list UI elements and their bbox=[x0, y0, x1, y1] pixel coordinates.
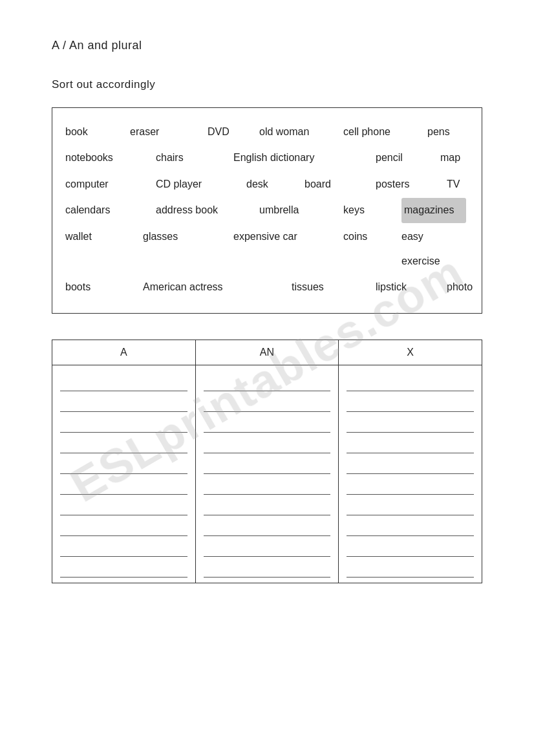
write-line[interactable] bbox=[347, 433, 474, 453]
word-boots: boots bbox=[65, 275, 143, 299]
write-line[interactable] bbox=[204, 557, 331, 578]
word-tv: TV bbox=[447, 172, 511, 197]
word-row-6: boots American actress tissues lipstick … bbox=[65, 275, 469, 299]
word-tissues: tissues bbox=[292, 275, 376, 299]
word-keys: keys bbox=[343, 198, 401, 222]
subtitle: Sort out accordingly bbox=[52, 78, 482, 91]
word-row-5: wallet glasses expensive car coins easy … bbox=[65, 224, 469, 274]
write-line[interactable] bbox=[204, 474, 331, 495]
word-glasses: glasses bbox=[143, 224, 233, 274]
write-line[interactable] bbox=[60, 474, 187, 495]
word-cd-player: CD player bbox=[156, 172, 246, 197]
word-computer: computer bbox=[65, 172, 156, 197]
write-line[interactable] bbox=[204, 495, 331, 515]
word-wallet: wallet bbox=[65, 224, 143, 274]
write-line[interactable] bbox=[204, 412, 331, 433]
write-line[interactable] bbox=[60, 557, 187, 578]
word-row-1: book eraser DVD old woman cell phone pen… bbox=[65, 120, 469, 144]
column-header-x: X bbox=[339, 340, 482, 365]
word-book: book bbox=[65, 120, 130, 144]
word-pencil: pencil bbox=[376, 146, 440, 170]
write-line[interactable] bbox=[60, 495, 187, 515]
word-row-3: computer CD player desk board posters TV bbox=[65, 172, 469, 197]
word-pens: pens bbox=[427, 120, 492, 144]
word-chairs: chairs bbox=[156, 146, 233, 170]
write-line[interactable] bbox=[60, 536, 187, 557]
write-line[interactable] bbox=[347, 557, 474, 578]
write-line[interactable] bbox=[347, 536, 474, 557]
word-address-book: address book bbox=[156, 198, 259, 222]
write-line[interactable] bbox=[347, 474, 474, 495]
word-american-actress: American actress bbox=[143, 275, 292, 299]
write-line[interactable] bbox=[60, 412, 187, 433]
write-line[interactable] bbox=[204, 515, 331, 536]
word-posters: posters bbox=[376, 172, 447, 197]
write-line[interactable] bbox=[347, 495, 474, 515]
word-bank-box: book eraser DVD old woman cell phone pen… bbox=[52, 107, 482, 314]
word-old-woman: old woman bbox=[259, 120, 343, 144]
column-an-content bbox=[195, 365, 339, 583]
word-bank-content: book eraser DVD old woman cell phone pen… bbox=[65, 120, 469, 300]
page-title: A / An and plural bbox=[52, 39, 482, 52]
word-cell-phone: cell phone bbox=[343, 120, 427, 144]
word-desk: desk bbox=[246, 172, 304, 197]
word-easy-exercise: easy exercise bbox=[401, 224, 469, 274]
word-english-dictionary: English dictionary bbox=[233, 146, 376, 170]
column-an-lines bbox=[196, 365, 339, 583]
write-line[interactable] bbox=[60, 433, 187, 453]
word-notebooks: notebooks bbox=[65, 146, 156, 170]
word-coins: coins bbox=[343, 224, 401, 274]
word-dvd: DVD bbox=[208, 120, 259, 144]
write-line[interactable] bbox=[60, 371, 187, 391]
word-row-4: calendars address book umbrella keys mag… bbox=[65, 198, 469, 222]
table-header-row: A AN X bbox=[52, 340, 482, 365]
write-line[interactable] bbox=[204, 433, 331, 453]
word-lipstick: lipstick bbox=[376, 275, 447, 299]
word-calendars: calendars bbox=[65, 198, 156, 222]
word-row-2: notebooks chairs English dictionary penc… bbox=[65, 146, 469, 170]
word-expensive-car: expensive car bbox=[233, 224, 343, 274]
column-a-lines bbox=[52, 365, 195, 583]
write-line[interactable] bbox=[347, 371, 474, 391]
write-line[interactable] bbox=[347, 453, 474, 474]
column-a-content bbox=[52, 365, 196, 583]
word-map: map bbox=[440, 146, 505, 170]
write-line[interactable] bbox=[60, 391, 187, 412]
write-line[interactable] bbox=[60, 515, 187, 536]
word-magazines: magazines bbox=[401, 198, 466, 222]
word-umbrella: umbrella bbox=[259, 198, 343, 222]
word-board: board bbox=[304, 172, 376, 197]
column-x-content bbox=[339, 365, 482, 583]
write-line[interactable] bbox=[204, 391, 331, 412]
column-x-lines bbox=[339, 365, 482, 583]
table-body-row bbox=[52, 365, 482, 583]
column-header-an: AN bbox=[195, 340, 339, 365]
write-line[interactable] bbox=[204, 453, 331, 474]
column-header-a: A bbox=[52, 340, 196, 365]
write-line[interactable] bbox=[204, 371, 331, 391]
sort-table: A AN X bbox=[52, 340, 482, 583]
word-photo: photo bbox=[447, 275, 511, 299]
write-line[interactable] bbox=[347, 515, 474, 536]
write-line[interactable] bbox=[204, 536, 331, 557]
write-line[interactable] bbox=[60, 453, 187, 474]
word-eraser: eraser bbox=[130, 120, 208, 144]
write-line[interactable] bbox=[347, 391, 474, 412]
write-line[interactable] bbox=[347, 412, 474, 433]
